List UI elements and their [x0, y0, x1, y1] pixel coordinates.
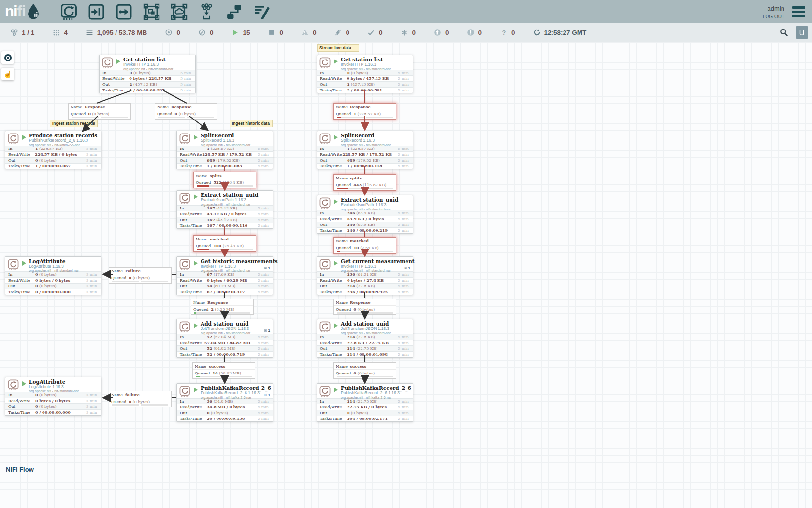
navigate-palette-button[interactable] [1, 51, 14, 64]
current-user: admin [768, 5, 784, 12]
processor-stat-row: Tasks/Time 236 / 00:00:09.925 5 min [317, 289, 413, 295]
processor[interactable]: LogAttribute LogAttribute 1.16.3 org.apa… [5, 256, 102, 295]
breadcrumb[interactable]: NiFi Flow [6, 466, 34, 473]
stat-window: 5 min [389, 410, 413, 416]
stat-value: 0 (0 bytes) [35, 158, 77, 163]
connection-label[interactable]: Namesuccess Queued16 (50.03 MB) [192, 362, 255, 379]
processor[interactable]: LogAttribute LogAttribute 1.16.3 org.apa… [5, 377, 102, 416]
queue-size-bar [223, 312, 250, 314]
stat-window: 5 min [389, 216, 413, 222]
running-status-icon [334, 59, 338, 64]
processor-stat-row: Read/Write 228.57 KB / 0 bytes 5 min [5, 151, 101, 157]
stat-label: Read/Write [177, 152, 202, 157]
stat-value: 52 (84.82 MB) [207, 346, 248, 351]
running-icon [231, 28, 239, 37]
connection-label[interactable]: Namesuccess Queued0 (0 bytes) [334, 362, 396, 379]
operate-palette-button[interactable]: ☝ [1, 68, 14, 80]
processor[interactable]: SplitRecord SplitRecord 1.16.3 org.apach… [176, 131, 273, 169]
connection-label[interactable]: NameFailure Queued0 (0 bytes) [109, 267, 172, 284]
processor[interactable]: Add station_uuid JoltTransformJSON 1.16.… [176, 319, 273, 358]
connection-label[interactable]: Namesplits Queued522 (136.4 KB) [193, 172, 256, 188]
processor-stat-row: Read/Write 0 bytes / 60.29 MB 5 min [177, 277, 273, 283]
canvas-label[interactable]: Ingest historic data [230, 120, 273, 127]
queue-count-bar [158, 117, 185, 118]
processor[interactable]: Extract station_uuid EvaluateJsonPath 1.… [176, 190, 273, 229]
refresh-icon[interactable] [533, 28, 541, 37]
stat-window: 5 min [77, 158, 101, 163]
processor-bundle: org.apache.nifi - nifi-standard-nar [341, 331, 413, 335]
connection-name-key: Name [336, 300, 348, 305]
processor[interactable]: Extract station_uuid EvaluateJsonPath 1.… [317, 195, 413, 234]
running-status-icon [22, 135, 26, 140]
flow-canvas[interactable]: ☝ NiFi Flow Stream live-dataIngest stati… [0, 42, 812, 508]
status-item: 4 [52, 28, 68, 37]
processor[interactable]: PublishKafkaRecord_2_6 PublishKafkaRecor… [176, 383, 273, 422]
processor-type: EvaluateJsonPath 1.16.3 [201, 198, 273, 203]
process-group-icon[interactable] [143, 3, 160, 20]
connection-name-key: Name [111, 269, 123, 273]
stat-value: 228.57 KB / 0 bytes [35, 152, 77, 157]
queue-size-bar [366, 251, 393, 252]
stat-window: 5 min [171, 88, 195, 93]
stat-label: Read/Write [5, 278, 35, 283]
output-port-icon[interactable] [116, 3, 132, 20]
processor-type-icon [8, 379, 19, 390]
processor-stat-row: Tasks/Time 214 / 00:00:01.098 5 min [317, 351, 413, 357]
cluster-icon [10, 28, 18, 37]
stat-window: 5 min [248, 346, 273, 351]
input-port-icon[interactable] [88, 3, 105, 20]
status-count: 0 [379, 29, 383, 36]
processor[interactable]: Get station list InvokeHTTP 1.16.3 org.a… [99, 55, 196, 93]
active-threads-badge: ⊞1 [404, 266, 410, 270]
processor-stat-row: Out 52 (84.82 MB) 5 min [177, 345, 273, 351]
connection-label[interactable]: NameResponse Queued0 (0 bytes) [68, 103, 131, 120]
processor[interactable]: Get historic measurements InvokeHTTP 1.1… [176, 256, 273, 295]
connection-label[interactable]: Namematched Queued100 (25.43 KB) [193, 235, 256, 252]
connection-name: splits [350, 176, 362, 180]
stat-label: Tasks/Time [177, 164, 207, 169]
connection-label[interactable]: Namefailure Queued0 (0 bytes) [109, 391, 172, 407]
connection-queued-size: (0 bytes) [356, 307, 375, 312]
processor[interactable]: Add station_uuid JoltTransformJSON 1.16.… [317, 319, 413, 358]
canvas-label[interactable]: Ingest station records [50, 120, 98, 127]
queue-size-bar [366, 188, 393, 189]
status-count: 0 [176, 29, 180, 36]
processor[interactable]: SplitRecord SplitRecord 1.16.3 org.apach… [317, 131, 413, 169]
connection-label[interactable]: NameResponse Queued1 (228.57 KB) [334, 103, 396, 120]
connection-label[interactable]: NameResponse Queued0 (0 bytes) [155, 103, 218, 120]
logout-link[interactable]: LOG OUT [763, 14, 784, 20]
connection-queued-key: Queued [196, 180, 211, 185]
queued-icon [85, 28, 94, 37]
funnel-icon[interactable] [198, 3, 215, 20]
running-status-icon [334, 135, 338, 140]
status-count: 0 [511, 29, 515, 36]
remote-process-group-icon[interactable] [171, 3, 188, 20]
processor-stat-row: Read/Write 27.8 KB / 22.75 KB 5 min [317, 340, 413, 345]
stat-value: 63.9 KB / 0 bytes [347, 216, 389, 222]
panel-toggle-button[interactable] [796, 26, 808, 39]
stat-value: 0 (0 bytes) [347, 410, 389, 416]
search-icon[interactable] [778, 27, 790, 38]
processor-type: LogAttribute 1.16.3 [29, 264, 101, 269]
processor[interactable]: Produce station records PublishKafkaReco… [5, 131, 102, 169]
label-icon[interactable] [253, 3, 270, 20]
processor[interactable]: PublishKafkaRecord_2_6 PublishKafkaRecor… [317, 383, 413, 422]
stat-window: 5 min [77, 410, 101, 415]
connection-label[interactable]: NameResponse Queued0 (0 bytes) [334, 299, 396, 315]
connection-label[interactable]: Namematched Queued10 (2.59 KB) [334, 237, 396, 254]
connection-queued-size: (228.57 KB) [356, 112, 381, 116]
canvas-label[interactable]: Stream live-data [317, 44, 359, 52]
last-refresh[interactable]: 12:58:27 GMT [533, 28, 587, 37]
processor[interactable]: Get station list InvokeHTTP 1.16.3 org.a… [317, 55, 413, 93]
template-icon[interactable] [226, 3, 243, 20]
stat-window: 5 min [77, 398, 101, 403]
processor-icon[interactable] [60, 3, 77, 20]
connection-label[interactable]: Namesplits Queued443 (115.62 KB) [334, 174, 396, 191]
status-count: 0 [210, 29, 214, 36]
running-status-icon [194, 323, 198, 328]
global-menu-button[interactable] [791, 5, 806, 18]
queue-size-bar [366, 312, 393, 314]
connection-label[interactable]: NameResponse Queued2 (3.25 MB) [191, 299, 254, 315]
processor[interactable]: Get current measurement InvokeHTTP 1.16.… [317, 256, 413, 295]
stat-window: 5 min [77, 404, 101, 409]
